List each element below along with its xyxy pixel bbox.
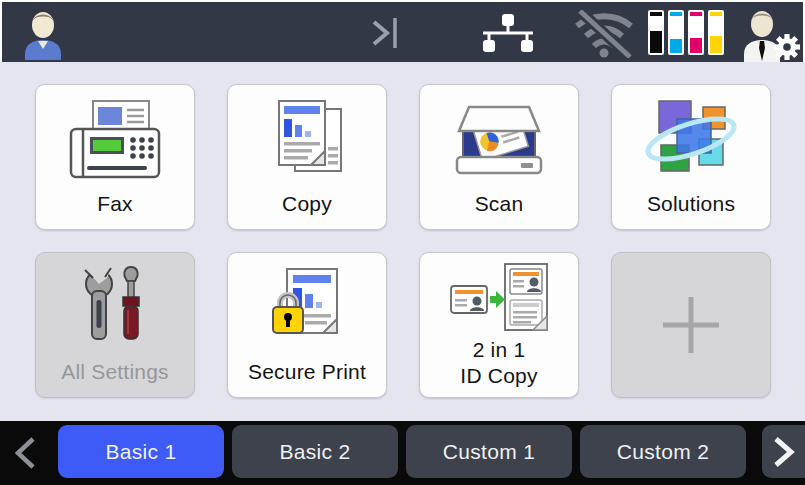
home-button-add-shortcut[interactable] [611, 252, 771, 398]
home-button-scan[interactable]: Scan [419, 84, 579, 230]
solutions-icon [612, 95, 770, 187]
home-button-label: Secure Print [228, 360, 386, 384]
scan-icon [420, 95, 578, 187]
user-avatar-icon[interactable] [18, 8, 68, 64]
tab-bar: Basic 1 Basic 2 Custom 1 Custom 2 C [0, 421, 805, 485]
tab-basic-2[interactable]: Basic 2 [232, 425, 398, 478]
home-button-label: All Settings [36, 360, 194, 384]
home-button-solutions[interactable]: Solutions [611, 84, 771, 230]
plus-icon [612, 263, 770, 387]
home-button-id-copy[interactable]: 2 in 1 ID Copy [419, 252, 579, 398]
home-button-all-settings[interactable]: All Settings [35, 252, 195, 398]
tab-next-partial[interactable]: C [762, 425, 805, 478]
tab-label: Custom 2 [617, 440, 709, 464]
status-bar [2, 2, 803, 62]
tab-custom-2[interactable]: Custom 2 [580, 425, 746, 478]
printer-touchscreen: Fax Copy [0, 0, 805, 485]
tab-label: Custom 1 [443, 440, 535, 464]
home-button-label: Scan [420, 192, 578, 216]
home-button-label2: ID Copy [420, 364, 578, 388]
fax-icon [36, 95, 194, 187]
home-button-label: Solutions [612, 192, 770, 216]
tab-basic-1[interactable]: Basic 1 [58, 425, 224, 478]
home-button-secure-print[interactable]: Secure Print [227, 252, 387, 398]
home-button-copy[interactable]: Copy [227, 84, 387, 230]
ink-cartridge-magenta [688, 10, 704, 55]
chevron-left-icon[interactable] [12, 434, 42, 472]
all-settings-icon [36, 263, 194, 355]
ink-cartridge-yellow [708, 10, 724, 55]
wifi-off-icon[interactable] [571, 10, 637, 62]
tab-label: Basic 2 [280, 440, 351, 464]
admin-settings-icon[interactable] [738, 6, 802, 66]
ink-cartridge-cyan [668, 10, 684, 55]
wired-network-icon[interactable] [479, 14, 537, 56]
home-button-label: Copy [228, 192, 386, 216]
chevron-right-icon [772, 436, 796, 468]
copy-icon [228, 95, 386, 187]
home-button-label: Fax [36, 192, 194, 216]
id-copy-icon [420, 261, 578, 335]
home-button-fax[interactable]: Fax [35, 84, 195, 230]
tab-custom-1[interactable]: Custom 1 [406, 425, 572, 478]
expand-panel-icon[interactable] [366, 15, 404, 55]
secure-print-icon [228, 263, 386, 355]
home-button-label: 2 in 1 [420, 338, 578, 362]
ink-cartridge-black [648, 10, 664, 55]
tab-label: Basic 1 [106, 440, 177, 464]
ink-levels-indicator[interactable] [648, 10, 724, 55]
